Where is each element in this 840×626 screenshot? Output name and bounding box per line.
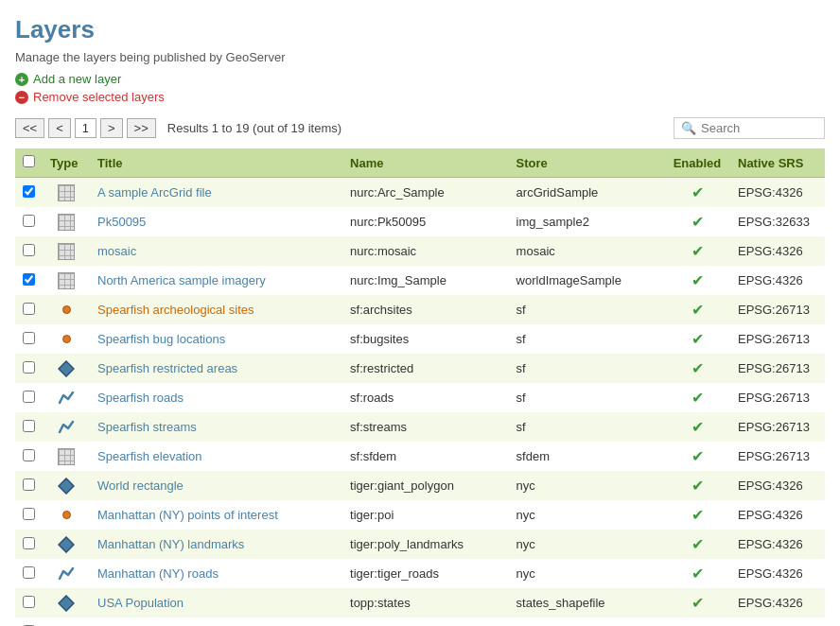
row-srs-cell: EPSG:4326	[730, 617, 825, 626]
row-title-link[interactable]: Spearfish archeological sites	[97, 303, 254, 317]
enabled-checkmark: ✔	[691, 565, 704, 582]
enabled-checkmark: ✔	[691, 243, 704, 259]
row-checkbox[interactable]	[23, 566, 35, 579]
enabled-checkmark: ✔	[691, 184, 704, 200]
row-enabled-cell: ✔	[664, 588, 730, 617]
row-type-cell	[43, 471, 90, 500]
row-type-cell	[43, 354, 90, 383]
remove-icon: −	[15, 91, 28, 104]
row-type-cell	[43, 295, 90, 324]
row-store-cell: nyc	[509, 559, 664, 588]
row-srs-cell: EPSG:26713	[730, 412, 825, 442]
remove-layers-link[interactable]: − Remove selected layers	[15, 90, 825, 104]
row-title-link[interactable]: Spearfish streams	[97, 420, 197, 434]
row-checkbox[interactable]	[23, 215, 35, 227]
row-checkbox[interactable]	[23, 596, 35, 608]
row-title-cell: Spearfish restricted areas	[90, 354, 342, 383]
row-title-cell: Spearfish roads	[90, 383, 342, 412]
row-enabled-cell: ✔	[664, 530, 730, 559]
point-icon	[58, 331, 75, 348]
table-row: Spearfish streams sf:streams sf ✔ EPSG:2…	[15, 412, 825, 442]
last-page-button[interactable]: >>	[127, 118, 156, 138]
row-title-link[interactable]: mosaic	[97, 244, 136, 258]
svg-marker-1	[59, 478, 74, 494]
row-title-link[interactable]: Spearfish elevation	[97, 449, 202, 463]
next-page-button[interactable]: >	[100, 118, 123, 138]
row-title-link[interactable]: Pk50095	[97, 215, 146, 229]
enabled-checkmark: ✔	[691, 272, 704, 288]
row-name-cell: sf:sfdem	[342, 442, 509, 471]
row-title-cell: Tasmania cities	[90, 617, 342, 626]
select-all-checkbox[interactable]	[23, 155, 35, 167]
row-checkbox[interactable]	[23, 537, 35, 549]
point-icon	[58, 302, 75, 319]
row-title-link[interactable]: USA Population	[97, 596, 184, 610]
add-layer-label: Add a new layer	[33, 72, 121, 86]
header-type: Type	[43, 148, 90, 178]
row-checkbox-cell	[15, 412, 43, 442]
line-icon	[58, 419, 75, 436]
row-name-cell: tiger:tiger_roads	[342, 559, 509, 588]
remove-layers-label: Remove selected layers	[33, 90, 165, 104]
row-checkbox[interactable]	[23, 332, 35, 344]
header-enabled: Enabled	[664, 148, 730, 178]
row-enabled-cell: ✔	[664, 442, 730, 471]
row-type-cell	[43, 383, 90, 412]
row-checkbox[interactable]	[23, 273, 35, 286]
row-checkbox[interactable]	[23, 508, 35, 520]
row-title-link[interactable]: World rectangle	[97, 478, 184, 493]
row-checkbox[interactable]	[23, 244, 35, 256]
prev-page-button[interactable]: <	[48, 118, 71, 138]
raster-icon	[58, 214, 75, 231]
row-checkbox[interactable]	[23, 391, 35, 403]
row-srs-cell: EPSG:4326	[730, 530, 825, 559]
row-checkbox[interactable]	[23, 185, 35, 198]
line-icon	[58, 565, 75, 583]
row-checkbox[interactable]	[23, 361, 35, 374]
row-type-cell	[43, 617, 90, 626]
raster-icon	[58, 243, 75, 260]
polygon-icon	[58, 360, 75, 377]
row-checkbox[interactable]	[23, 478, 35, 491]
row-title-link[interactable]: North America sample imagery	[97, 273, 266, 287]
row-type-cell	[43, 236, 90, 266]
row-checkbox-cell	[15, 530, 43, 559]
enabled-checkmark: ✔	[691, 448, 704, 464]
row-checkbox[interactable]	[23, 449, 35, 461]
point-icon	[58, 507, 75, 524]
row-title-link[interactable]: Spearfish bug locations	[97, 332, 225, 346]
row-srs-cell: EPSG:4326	[730, 500, 825, 530]
row-title-link[interactable]: Manhattan (NY) landmarks	[97, 537, 244, 551]
row-title-cell: Manhattan (NY) roads	[90, 559, 342, 588]
row-store-cell: worldImageSample	[509, 266, 664, 295]
row-type-cell	[43, 530, 90, 559]
add-icon: +	[15, 73, 28, 86]
row-title-link[interactable]: A sample ArcGrid file	[97, 185, 212, 200]
row-checkbox[interactable]	[23, 303, 35, 315]
row-title-link[interactable]: Manhattan (NY) roads	[97, 566, 219, 581]
search-input[interactable]	[701, 121, 814, 135]
row-srs-cell: EPSG:4326	[730, 266, 825, 295]
row-store-cell: taz_shapes	[509, 617, 664, 626]
row-store-cell: sfdem	[509, 442, 664, 471]
table-row: Manhattan (NY) roads tiger:tiger_roads n…	[15, 559, 825, 588]
row-srs-cell: EPSG:26713	[730, 295, 825, 324]
row-name-cell: nurc:mosaic	[342, 236, 509, 266]
row-title-link[interactable]: Manhattan (NY) points of interest	[97, 508, 278, 522]
row-title-cell: Spearfish streams	[90, 412, 342, 442]
row-enabled-cell: ✔	[664, 295, 730, 324]
row-name-cell: nurc:Img_Sample	[342, 266, 509, 295]
first-page-button[interactable]: <<	[15, 118, 44, 138]
table-row: Pk50095 nurc:Pk50095 img_sample2 ✔ EPSG:…	[15, 207, 825, 236]
add-layer-link[interactable]: + Add a new layer	[15, 72, 825, 86]
row-title-link[interactable]: Spearfish restricted areas	[97, 361, 237, 375]
row-checkbox-cell	[15, 295, 43, 324]
svg-marker-3	[59, 596, 74, 611]
row-checkbox[interactable]	[23, 420, 35, 432]
row-title-link[interactable]: Spearfish roads	[97, 391, 184, 405]
svg-marker-2	[59, 537, 74, 552]
table-row: Spearfish elevation sf:sfdem sfdem ✔ EPS…	[15, 442, 825, 471]
row-title-cell: World rectangle	[90, 471, 342, 500]
row-checkbox-cell	[15, 471, 43, 500]
row-store-cell: sf	[509, 295, 664, 324]
